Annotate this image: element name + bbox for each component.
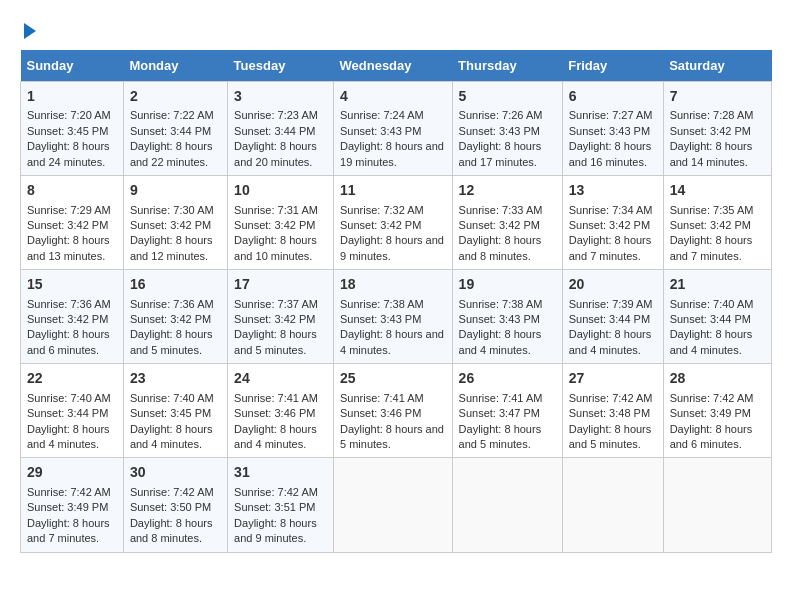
header-friday: Friday: [562, 50, 663, 82]
day-number: 18: [340, 275, 446, 295]
cell-info: Sunrise: 7:26 AM Sunset: 3:43 PM Dayligh…: [459, 109, 543, 167]
cell-info: Sunrise: 7:41 AM Sunset: 3:46 PM Dayligh…: [234, 392, 318, 450]
day-number: 14: [670, 181, 765, 201]
calendar-cell: 1Sunrise: 7:20 AM Sunset: 3:45 PM Daylig…: [21, 81, 124, 175]
day-number: 9: [130, 181, 221, 201]
cell-info: Sunrise: 7:42 AM Sunset: 3:49 PM Dayligh…: [670, 392, 754, 450]
cell-info: Sunrise: 7:30 AM Sunset: 3:42 PM Dayligh…: [130, 204, 214, 262]
day-number: 13: [569, 181, 657, 201]
calendar-cell: 20Sunrise: 7:39 AM Sunset: 3:44 PM Dayli…: [562, 270, 663, 364]
calendar-cell: 7Sunrise: 7:28 AM Sunset: 3:42 PM Daylig…: [663, 81, 771, 175]
calendar-cell: 16Sunrise: 7:36 AM Sunset: 3:42 PM Dayli…: [123, 270, 227, 364]
calendar-cell: 27Sunrise: 7:42 AM Sunset: 3:48 PM Dayli…: [562, 364, 663, 458]
cell-info: Sunrise: 7:42 AM Sunset: 3:51 PM Dayligh…: [234, 486, 318, 544]
calendar-cell: 5Sunrise: 7:26 AM Sunset: 3:43 PM Daylig…: [452, 81, 562, 175]
day-number: 29: [27, 463, 117, 483]
cell-info: Sunrise: 7:36 AM Sunset: 3:42 PM Dayligh…: [130, 298, 214, 356]
day-number: 19: [459, 275, 556, 295]
day-number: 10: [234, 181, 327, 201]
calendar-week-row: 22Sunrise: 7:40 AM Sunset: 3:44 PM Dayli…: [21, 364, 772, 458]
cell-info: Sunrise: 7:33 AM Sunset: 3:42 PM Dayligh…: [459, 204, 543, 262]
cell-info: Sunrise: 7:24 AM Sunset: 3:43 PM Dayligh…: [340, 109, 444, 167]
calendar-cell: 12Sunrise: 7:33 AM Sunset: 3:42 PM Dayli…: [452, 175, 562, 269]
calendar-cell: [562, 458, 663, 552]
calendar-cell: 13Sunrise: 7:34 AM Sunset: 3:42 PM Dayli…: [562, 175, 663, 269]
cell-info: Sunrise: 7:42 AM Sunset: 3:48 PM Dayligh…: [569, 392, 653, 450]
calendar-cell: 28Sunrise: 7:42 AM Sunset: 3:49 PM Dayli…: [663, 364, 771, 458]
cell-info: Sunrise: 7:37 AM Sunset: 3:42 PM Dayligh…: [234, 298, 318, 356]
cell-info: Sunrise: 7:39 AM Sunset: 3:44 PM Dayligh…: [569, 298, 653, 356]
cell-info: Sunrise: 7:32 AM Sunset: 3:42 PM Dayligh…: [340, 204, 444, 262]
cell-info: Sunrise: 7:40 AM Sunset: 3:44 PM Dayligh…: [27, 392, 111, 450]
calendar-cell: 11Sunrise: 7:32 AM Sunset: 3:42 PM Dayli…: [334, 175, 453, 269]
day-number: 17: [234, 275, 327, 295]
calendar-cell: 24Sunrise: 7:41 AM Sunset: 3:46 PM Dayli…: [228, 364, 334, 458]
day-number: 24: [234, 369, 327, 389]
logo: [20, 20, 36, 40]
calendar-cell: 9Sunrise: 7:30 AM Sunset: 3:42 PM Daylig…: [123, 175, 227, 269]
calendar-cell: 22Sunrise: 7:40 AM Sunset: 3:44 PM Dayli…: [21, 364, 124, 458]
day-number: 4: [340, 87, 446, 107]
header-wednesday: Wednesday: [334, 50, 453, 82]
cell-info: Sunrise: 7:34 AM Sunset: 3:42 PM Dayligh…: [569, 204, 653, 262]
calendar-table: SundayMondayTuesdayWednesdayThursdayFrid…: [20, 50, 772, 553]
day-number: 11: [340, 181, 446, 201]
day-number: 15: [27, 275, 117, 295]
calendar-cell: 18Sunrise: 7:38 AM Sunset: 3:43 PM Dayli…: [334, 270, 453, 364]
cell-info: Sunrise: 7:31 AM Sunset: 3:42 PM Dayligh…: [234, 204, 318, 262]
calendar-cell: 25Sunrise: 7:41 AM Sunset: 3:46 PM Dayli…: [334, 364, 453, 458]
calendar-cell: 6Sunrise: 7:27 AM Sunset: 3:43 PM Daylig…: [562, 81, 663, 175]
calendar-cell: 23Sunrise: 7:40 AM Sunset: 3:45 PM Dayli…: [123, 364, 227, 458]
day-number: 6: [569, 87, 657, 107]
calendar-cell: 3Sunrise: 7:23 AM Sunset: 3:44 PM Daylig…: [228, 81, 334, 175]
calendar-week-row: 15Sunrise: 7:36 AM Sunset: 3:42 PM Dayli…: [21, 270, 772, 364]
day-number: 30: [130, 463, 221, 483]
cell-info: Sunrise: 7:23 AM Sunset: 3:44 PM Dayligh…: [234, 109, 318, 167]
calendar-cell: 21Sunrise: 7:40 AM Sunset: 3:44 PM Dayli…: [663, 270, 771, 364]
cell-info: Sunrise: 7:42 AM Sunset: 3:50 PM Dayligh…: [130, 486, 214, 544]
calendar-week-row: 8Sunrise: 7:29 AM Sunset: 3:42 PM Daylig…: [21, 175, 772, 269]
day-number: 28: [670, 369, 765, 389]
day-number: 27: [569, 369, 657, 389]
calendar-cell: 14Sunrise: 7:35 AM Sunset: 3:42 PM Dayli…: [663, 175, 771, 269]
calendar-cell: 29Sunrise: 7:42 AM Sunset: 3:49 PM Dayli…: [21, 458, 124, 552]
day-number: 26: [459, 369, 556, 389]
day-number: 23: [130, 369, 221, 389]
calendar-cell: 4Sunrise: 7:24 AM Sunset: 3:43 PM Daylig…: [334, 81, 453, 175]
calendar-header-row: SundayMondayTuesdayWednesdayThursdayFrid…: [21, 50, 772, 82]
header-tuesday: Tuesday: [228, 50, 334, 82]
cell-info: Sunrise: 7:36 AM Sunset: 3:42 PM Dayligh…: [27, 298, 111, 356]
cell-info: Sunrise: 7:35 AM Sunset: 3:42 PM Dayligh…: [670, 204, 754, 262]
cell-info: Sunrise: 7:41 AM Sunset: 3:47 PM Dayligh…: [459, 392, 543, 450]
day-number: 25: [340, 369, 446, 389]
cell-info: Sunrise: 7:20 AM Sunset: 3:45 PM Dayligh…: [27, 109, 111, 167]
calendar-week-row: 29Sunrise: 7:42 AM Sunset: 3:49 PM Dayli…: [21, 458, 772, 552]
cell-info: Sunrise: 7:27 AM Sunset: 3:43 PM Dayligh…: [569, 109, 653, 167]
calendar-cell: 31Sunrise: 7:42 AM Sunset: 3:51 PM Dayli…: [228, 458, 334, 552]
header-sunday: Sunday: [21, 50, 124, 82]
cell-info: Sunrise: 7:38 AM Sunset: 3:43 PM Dayligh…: [340, 298, 444, 356]
header-monday: Monday: [123, 50, 227, 82]
calendar-cell: 17Sunrise: 7:37 AM Sunset: 3:42 PM Dayli…: [228, 270, 334, 364]
day-number: 1: [27, 87, 117, 107]
day-number: 8: [27, 181, 117, 201]
day-number: 3: [234, 87, 327, 107]
header-thursday: Thursday: [452, 50, 562, 82]
calendar-cell: 26Sunrise: 7:41 AM Sunset: 3:47 PM Dayli…: [452, 364, 562, 458]
cell-info: Sunrise: 7:28 AM Sunset: 3:42 PM Dayligh…: [670, 109, 754, 167]
calendar-cell: 10Sunrise: 7:31 AM Sunset: 3:42 PM Dayli…: [228, 175, 334, 269]
cell-info: Sunrise: 7:42 AM Sunset: 3:49 PM Dayligh…: [27, 486, 111, 544]
calendar-week-row: 1Sunrise: 7:20 AM Sunset: 3:45 PM Daylig…: [21, 81, 772, 175]
day-number: 21: [670, 275, 765, 295]
day-number: 31: [234, 463, 327, 483]
logo-arrow-icon: [24, 23, 36, 39]
cell-info: Sunrise: 7:41 AM Sunset: 3:46 PM Dayligh…: [340, 392, 444, 450]
cell-info: Sunrise: 7:38 AM Sunset: 3:43 PM Dayligh…: [459, 298, 543, 356]
calendar-cell: 8Sunrise: 7:29 AM Sunset: 3:42 PM Daylig…: [21, 175, 124, 269]
calendar-cell: 19Sunrise: 7:38 AM Sunset: 3:43 PM Dayli…: [452, 270, 562, 364]
cell-info: Sunrise: 7:40 AM Sunset: 3:45 PM Dayligh…: [130, 392, 214, 450]
day-number: 7: [670, 87, 765, 107]
calendar-cell: 15Sunrise: 7:36 AM Sunset: 3:42 PM Dayli…: [21, 270, 124, 364]
day-number: 22: [27, 369, 117, 389]
cell-info: Sunrise: 7:29 AM Sunset: 3:42 PM Dayligh…: [27, 204, 111, 262]
